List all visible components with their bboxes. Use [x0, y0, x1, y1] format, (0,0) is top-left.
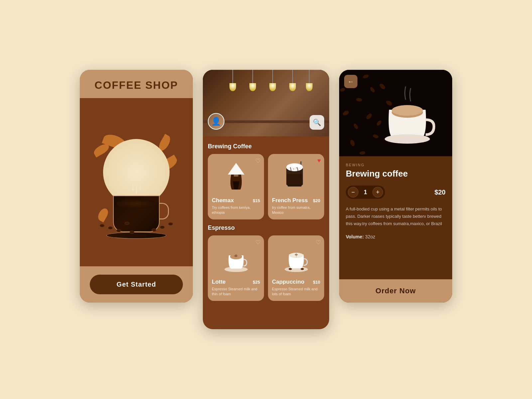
svg-rect-1 — [234, 175, 238, 177]
lotte-desc: Espresso Steamed milk and thin of foam — [212, 287, 260, 297]
svg-point-36 — [392, 105, 423, 116]
lotte-heart-icon[interactable]: ♡ — [255, 239, 261, 246]
lotte-svg — [223, 243, 249, 273]
quantity-increase-button[interactable]: + — [372, 187, 383, 198]
svg-rect-6 — [288, 185, 302, 187]
cappuccino-image — [272, 239, 320, 276]
lotte-card[interactable]: ♡ — [208, 235, 264, 301]
brewing-cards-row: ♡ — [208, 154, 324, 219]
quantity-decrease-button[interactable]: − — [348, 187, 358, 198]
volume-label: Volume: — [346, 234, 364, 239]
coffee-bean — [100, 224, 104, 227]
volume-row: Volume: 32oz — [346, 234, 446, 239]
menu-content: Brewing Coffee ♡ — [203, 136, 329, 329]
lotte-image — [212, 239, 260, 276]
cappuccino-price: $10 — [313, 280, 320, 285]
cup-handle — [159, 203, 169, 219]
landing-footer: Get Started — [80, 266, 193, 303]
svg-point-11 — [235, 254, 237, 257]
landing-header: COFFEE SHOP — [80, 70, 193, 98]
screens-container: COFFEE SHOP — [33, 70, 499, 329]
svg-point-7 — [293, 168, 294, 170]
svg-rect-5 — [287, 174, 302, 185]
french-press-svg — [284, 161, 309, 192]
coffee-bean — [160, 226, 165, 229]
svg-point-8 — [296, 167, 297, 168]
chemax-heart-icon[interactable]: ♡ — [255, 157, 261, 165]
search-icon: 🔍 — [313, 118, 321, 126]
espresso-cards-row: ♡ — [208, 235, 324, 301]
french-press-card[interactable]: ♥ — [268, 154, 324, 219]
user-avatar[interactable]: 👤 — [208, 113, 224, 130]
detail-title: Brewing coffee — [346, 169, 446, 179]
chemax-name-row: Chemax $15 — [212, 197, 260, 204]
pendant-light — [269, 70, 276, 91]
detail-footer: Order Now — [339, 279, 452, 303]
brewing-section-title: Brewing Coffee — [208, 143, 324, 150]
cup-body — [113, 196, 160, 232]
coffee-bean — [168, 222, 173, 225]
app-title: COFFEE SHOP — [86, 79, 186, 91]
steam-decoration — [103, 181, 170, 194]
chemax-name: Chemax — [212, 197, 234, 204]
avatar-icon: 👤 — [211, 117, 221, 126]
cappuccino-heart-icon[interactable]: ♡ — [316, 239, 321, 246]
steam-line — [136, 181, 137, 194]
coffee-illustration — [90, 119, 183, 245]
cafe-photo-header: 👤 🔍 — [203, 70, 329, 136]
detail-photo: ← — [339, 70, 452, 156]
chemax-desc: Try coffees from keniya, ethiopia — [212, 205, 260, 215]
back-button[interactable]: ← — [344, 75, 357, 88]
coffee-bean — [125, 222, 129, 225]
chemax-price: $15 — [253, 198, 260, 203]
french-press-name: French Press — [272, 197, 308, 204]
lotte-name: Lotte — [212, 279, 226, 285]
pendant-light — [289, 70, 296, 91]
cup-inner — [116, 199, 156, 209]
screen-menu-wrapper: 👤 🔍 Brewing Coffee ♡ — [203, 70, 329, 329]
quantity-row: − 1 + $20 — [346, 186, 446, 199]
detail-content: BEWING Brewing coffee − 1 + $20 A full-b… — [339, 156, 452, 279]
screen-detail: ← BEWING Brewing coffee − 1 + $20 A full… — [339, 70, 452, 303]
coffee-bean — [152, 228, 156, 231]
chemex-svg — [224, 161, 248, 191]
cappuccino-name: Cappuccino — [272, 279, 304, 285]
svg-marker-0 — [228, 163, 244, 175]
coffee-bean — [116, 229, 121, 232]
detail-description: A full-bodied cup using a metal filter p… — [346, 205, 446, 227]
cappuccino-desc: Espresso Steamed milk and lots of foam — [272, 287, 320, 297]
espresso-section-title: Espresso — [208, 224, 324, 231]
french-press-desc: try coffee from sumatra, Mexico — [272, 205, 320, 215]
cup-saucer — [106, 232, 166, 239]
cappuccino-name-row: Cappuccino $10 — [272, 279, 320, 285]
svg-point-37 — [385, 134, 430, 144]
coffee-bean — [108, 226, 113, 229]
cappuccino-svg — [283, 243, 310, 273]
screen-menu: 👤 🔍 Brewing Coffee ♡ — [203, 70, 329, 329]
lotte-price: $25 — [253, 280, 260, 285]
detail-category: BEWING — [346, 163, 446, 167]
lotte-name-row: Lotte $25 — [212, 279, 260, 285]
coffee-bean — [130, 231, 134, 234]
volume-value: 32oz — [365, 234, 375, 239]
landing-body — [80, 98, 193, 266]
quantity-value: 1 — [359, 189, 372, 196]
steam-line — [132, 181, 133, 191]
steam-line — [140, 181, 141, 191]
pendant-light — [249, 70, 256, 91]
cappuccino-card[interactable]: ♡ — [268, 235, 324, 301]
get-started-button[interactable]: Get Started — [90, 275, 183, 294]
quantity-control: − 1 + — [346, 186, 385, 199]
screen-landing: COFFEE SHOP — [80, 70, 193, 303]
coffee-cup — [103, 181, 170, 239]
chemax-image — [212, 158, 260, 195]
french-press-name-row: French Press $20 — [272, 197, 320, 204]
french-press-price: $20 — [313, 198, 320, 203]
pendant-light — [229, 70, 236, 91]
chemax-card[interactable]: ♡ — [208, 154, 264, 219]
order-now-button[interactable]: Order Now — [346, 287, 445, 295]
french-press-heart-icon[interactable]: ♥ — [317, 157, 321, 164]
french-press-image — [272, 158, 320, 195]
search-button[interactable]: 🔍 — [310, 115, 324, 130]
pendant-light — [306, 70, 313, 91]
